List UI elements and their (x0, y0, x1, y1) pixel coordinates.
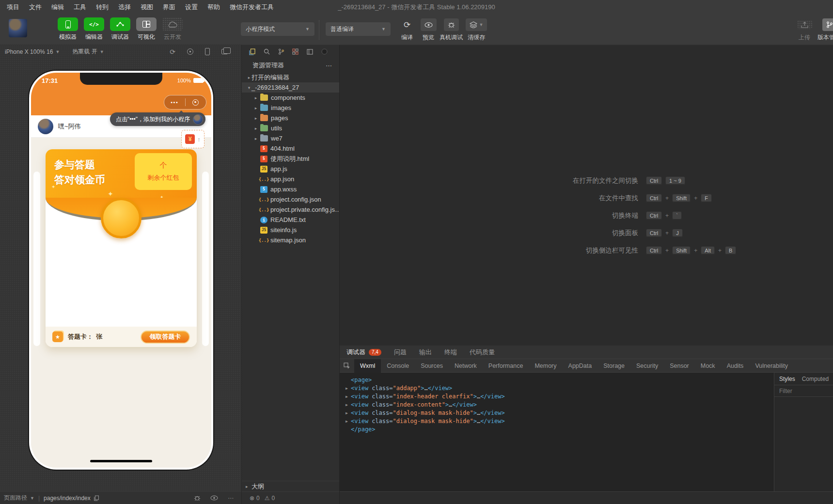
tree-item-project-private-config[interactable]: {..}project.private.config.js… (242, 205, 339, 215)
version-control-button[interactable]: 版本管理 (812, 18, 833, 42)
wxml-line[interactable]: ▶<viewclass="index-header clearfix">…</v… (346, 393, 774, 401)
outline-section[interactable]: ▸ 大纲 (242, 481, 339, 491)
menu-goto[interactable]: 转到 (91, 0, 113, 15)
red-packet-hint[interactable]: ¥ ↑ (181, 130, 204, 148)
npm-icon[interactable] (321, 48, 328, 55)
page-path-label[interactable]: 页面路径 (4, 494, 27, 502)
hot-reload-toggle[interactable]: 热重载 开▼ (72, 47, 104, 56)
expand-arrow-icon[interactable]: ▶ (346, 409, 351, 417)
tree-item-pages[interactable]: ▸pages (242, 113, 339, 123)
get-answer-card-button[interactable]: 领取答题卡 (141, 331, 190, 344)
menu-help[interactable]: 帮助 (203, 0, 225, 15)
tab-performance[interactable]: Performance (483, 359, 529, 373)
menu-file[interactable]: 文件 (24, 0, 47, 15)
panel-icon[interactable] (307, 49, 313, 55)
styles-filter-input[interactable] (774, 385, 833, 397)
tree-item-we7[interactable]: ▸we7 (242, 133, 339, 143)
device-debug-button[interactable]: 真机调试 (438, 18, 465, 42)
more-icon[interactable]: ⋯ (326, 62, 332, 69)
wxml-line[interactable]: ▶<viewclass="dialog-mask mask-hide">…</v… (346, 409, 774, 417)
tab-mock[interactable]: Mock (695, 359, 721, 373)
menu-project[interactable]: 项目 (2, 0, 24, 15)
user-avatar[interactable] (38, 119, 53, 134)
tree-item-readme[interactable]: iREADME.txt (242, 215, 339, 225)
bug-icon[interactable] (194, 495, 201, 501)
quiz-card[interactable]: 参与答题 答对领金币 ✦ ✦ ✦ 个 剩余个红包 ★ 答题卡： (46, 149, 197, 347)
tree-item-404-html[interactable]: 5404.html (242, 143, 339, 154)
expand-arrow-icon[interactable]: ▶ (346, 417, 351, 425)
menu-interface[interactable]: 界面 (158, 0, 180, 15)
gold-coin-button[interactable] (101, 198, 141, 238)
wxml-line[interactable]: ▶<viewclass="addapp">…</view> (346, 384, 774, 393)
tree-item-app-json[interactable]: {..}app.json (242, 174, 339, 184)
tab-vulnerability[interactable]: Vulnerability (749, 359, 794, 373)
tab-problems[interactable]: 问题 (394, 348, 407, 357)
compile-mode-select[interactable]: 普通编译▼ (326, 22, 391, 36)
tab-security[interactable]: Security (630, 359, 664, 373)
more-icon[interactable]: ⋯ (228, 495, 234, 502)
section-open-editors[interactable]: ▸ 打开的编辑器 (242, 72, 339, 82)
files-icon[interactable] (249, 48, 255, 55)
tab-memory[interactable]: Memory (529, 359, 562, 373)
tree-item-app-wxss[interactable]: Sapp.wxss (242, 184, 339, 194)
copy-icon[interactable] (94, 495, 99, 501)
menu-select[interactable]: 选择 (113, 0, 136, 15)
expand-arrow-icon[interactable]: ▶ (346, 401, 351, 409)
tab-debugger[interactable]: 调试器 7,4 (346, 348, 381, 357)
device-selector[interactable]: iPhone X 100% 16▼ (5, 48, 60, 55)
tab-output[interactable]: 输出 (419, 348, 432, 357)
tree-item-images[interactable]: ▸images (242, 103, 339, 113)
extensions-icon[interactable] (292, 48, 299, 55)
expand-arrow-icon[interactable]: ▶ (346, 393, 351, 401)
menu-devtools[interactable]: 微信开发者工具 (225, 0, 279, 15)
wxml-line[interactable]: </page> (346, 425, 774, 434)
miniapp-capsule[interactable]: ••• (164, 95, 206, 110)
tab-code-quality[interactable]: 代码质量 (470, 348, 495, 357)
detach-window-icon[interactable] (221, 49, 228, 54)
tab-network[interactable]: Network (449, 359, 483, 373)
clear-cache-button[interactable]: ▼ 清缓存 (463, 18, 490, 42)
tab-console[interactable]: Console (381, 359, 415, 373)
menu-settings[interactable]: 设置 (180, 0, 203, 15)
tree-item-app-js[interactable]: JSapp.js (242, 164, 339, 174)
capsule-menu-button[interactable]: ••• (164, 96, 185, 109)
tab-sources[interactable]: Sources (415, 359, 449, 373)
wxml-line[interactable]: <page> (346, 376, 774, 384)
tree-item-usage-html[interactable]: 5使用说明.html (242, 154, 339, 164)
tree-item-components[interactable]: ▸components (242, 93, 339, 103)
debugger-button[interactable]: 调试器 (110, 17, 131, 41)
error-count[interactable]: ⊗0 (250, 495, 260, 502)
expand-arrow-icon[interactable]: ▶ (346, 384, 351, 393)
tab-computed[interactable]: Computed (802, 376, 829, 382)
wxml-line[interactable]: ▶<viewclass="index-content">…</view> (346, 401, 774, 409)
device-frame-icon[interactable] (205, 48, 210, 55)
tab-terminal[interactable]: 终端 (444, 348, 457, 357)
screen-record-icon[interactable] (187, 48, 193, 55)
capsule-close-button[interactable] (186, 99, 206, 106)
tab-audits[interactable]: Audits (721, 359, 750, 373)
tab-wxml[interactable]: Wxml (354, 359, 381, 373)
refresh-icon[interactable]: ⟳ (170, 48, 175, 56)
menu-tools[interactable]: 工具 (69, 0, 91, 15)
user-avatar[interactable] (9, 19, 27, 37)
cloud-dev-button[interactable]: 云开发 (162, 17, 183, 41)
git-branch-icon[interactable] (278, 48, 284, 55)
simulator-button[interactable]: 模拟器 (57, 17, 79, 41)
tab-storage[interactable]: Storage (597, 359, 630, 373)
section-project-root[interactable]: ▾ _-269213684_27 (242, 82, 339, 93)
wxml-line[interactable]: ▶<viewclass="dialog-mask mask-hide">…</v… (346, 417, 774, 425)
mode-select[interactable]: 小程序模式▼ (241, 22, 314, 36)
editor-button[interactable]: </> 编辑器 (83, 17, 105, 41)
eye-icon[interactable] (210, 495, 218, 501)
tree-item-siteinfo-js[interactable]: JSsiteinfo.js (242, 225, 339, 235)
tab-sensor[interactable]: Sensor (664, 359, 695, 373)
search-icon[interactable] (264, 48, 270, 55)
tab-styles[interactable]: Styles (779, 376, 795, 382)
tree-item-project-config[interactable]: {..}project.config.json (242, 194, 339, 205)
tree-item-sitemap-json[interactable]: {..}sitemap.json (242, 235, 339, 245)
warning-count[interactable]: ⚠0 (265, 495, 275, 502)
menu-view[interactable]: 视图 (136, 0, 158, 15)
visualizer-button[interactable]: 可视化 (136, 17, 157, 41)
menu-edit[interactable]: 编辑 (47, 0, 69, 15)
tab-appdata[interactable]: AppData (563, 359, 598, 373)
